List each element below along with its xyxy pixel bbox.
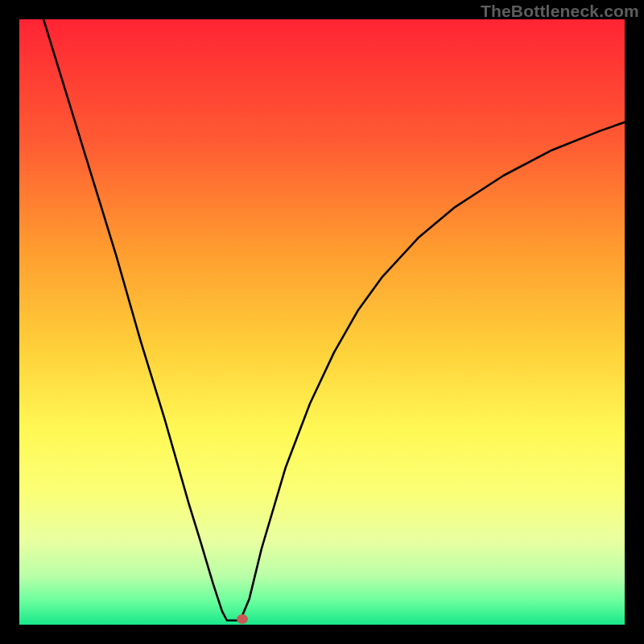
optimum-marker-icon xyxy=(237,614,248,624)
chart-frame: TheBottleneck.com xyxy=(0,0,644,644)
watermark-text: TheBottleneck.com xyxy=(481,2,639,21)
plot-area xyxy=(19,19,625,625)
bottleneck-curve xyxy=(43,19,625,621)
curve-svg xyxy=(19,19,625,625)
